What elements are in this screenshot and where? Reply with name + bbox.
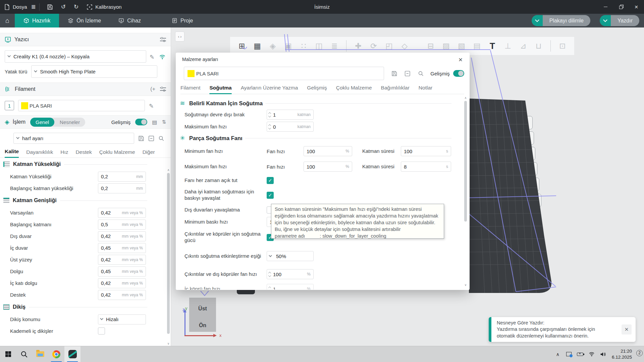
remove-preset-icon[interactable] <box>148 135 154 141</box>
creality-print-taskbar-button[interactable] <box>64 346 80 362</box>
tab-multimaterial[interactable]: Çoklu Malzeme <box>336 85 372 91</box>
save-material-icon[interactable] <box>391 70 397 77</box>
undo-button[interactable]: ↺ <box>57 0 70 14</box>
plate-settings-icon[interactable]: ≣ <box>525 178 539 191</box>
start-button[interactable] <box>0 346 16 362</box>
modal-scrollbar[interactable]: ∧ ∨ <box>464 96 468 287</box>
restore-button[interactable] <box>613 0 629 14</box>
separator[interactable] <box>346 40 346 52</box>
chrome-button[interactable] <box>48 346 64 362</box>
no-cooling-stepper[interactable]: 1 katman <box>267 110 314 120</box>
volume-icon[interactable] <box>600 352 606 357</box>
fix-model-icon[interactable]: ⊔ <box>532 39 546 53</box>
scale-icon[interactable]: ◰ <box>382 39 396 53</box>
printer-settings-icon[interactable] <box>160 37 166 42</box>
stepper-arrows-icon[interactable] <box>269 287 271 290</box>
printer-preset-select[interactable]: Creality K1 (0.4 nozzle) – Kopyala <box>5 50 146 63</box>
fan-speed-input[interactable]: 100 % <box>304 162 352 172</box>
layer-time-input[interactable]: 100 s <box>401 146 451 156</box>
plate-arrange-icon[interactable]: ▣ <box>521 147 535 160</box>
move-icon[interactable]: ✚ <box>351 39 365 53</box>
scroll-up-icon[interactable]: ∧ <box>166 168 170 172</box>
tab-notes[interactable]: Notlar <box>419 85 432 91</box>
max-fan-layer-stepper[interactable]: 0 katman <box>267 122 314 132</box>
tab-strength[interactable]: Dayanıklılık <box>26 149 53 158</box>
filament-settings-icon[interactable] <box>160 87 166 92</box>
scroll-up-icon[interactable]: ∧ <box>464 96 468 100</box>
tab-multimaterial[interactable]: Çoklu Malzeme <box>99 149 135 158</box>
seam-position-select[interactable]: Hizalı <box>98 314 146 324</box>
orientation-widget[interactable]: Üst Ön z y x <box>184 298 235 343</box>
add-plate-icon[interactable]: ▦ <box>250 39 264 53</box>
minimize-button[interactable] <box>598 0 613 14</box>
tab-device[interactable]: Cihaz <box>110 14 150 27</box>
split-icon[interactable]: ◫ <box>312 39 326 53</box>
process-preset-select[interactable]: harf ayarı <box>13 133 134 144</box>
file-menu[interactable]: Dosya <box>0 0 31 14</box>
compare-presets-icon[interactable]: ⇅ <box>162 119 166 125</box>
edit-filament-icon[interactable]: ✎ <box>149 103 155 109</box>
home-button[interactable]: ⌂ <box>0 14 15 27</box>
seam-paint-icon[interactable]: ▤ <box>470 39 484 53</box>
add-filament-icon[interactable]: (+ <box>150 86 155 92</box>
scope-general-button[interactable]: Genel <box>30 118 54 127</box>
slice-button[interactable]: Plakayı dilimle <box>543 15 590 26</box>
file-explorer-button[interactable] <box>32 346 48 362</box>
filament-select[interactable]: PLA SARI <box>18 100 145 111</box>
tab-support[interactable]: Destek <box>76 149 92 158</box>
slow-down-checkbox[interactable] <box>267 192 274 199</box>
sidebar-scroll-thumb[interactable] <box>167 173 170 334</box>
wifi-icon[interactable] <box>159 53 166 60</box>
sidebar-scrollbar[interactable]: ∧ ∨ <box>166 168 170 346</box>
notification-close-button[interactable]: ✕ <box>622 324 632 335</box>
stepper-arrows-icon[interactable] <box>269 125 271 129</box>
setting-input[interactable]: 0,42 mm veya % <box>98 255 146 265</box>
object-list-icon[interactable]: ≣ <box>327 39 341 53</box>
cut-icon[interactable]: ⊟ <box>424 39 438 53</box>
gap[interactable] <box>413 39 422 53</box>
advanced-toggle[interactable] <box>135 119 147 125</box>
rotate-icon[interactable]: ⟳ <box>367 39 381 53</box>
clone-icon[interactable]: ∷ <box>297 39 311 53</box>
taskbar-clock[interactable]: 21:20 6.12.2025 <box>612 348 632 360</box>
notes-list-icon[interactable]: ≣ <box>31 3 36 10</box>
setting-input[interactable]: 0,2 mm <box>98 183 146 193</box>
display-sync-icon[interactable] <box>566 352 572 356</box>
keep-fan-checkbox[interactable] <box>267 177 274 184</box>
stepper-arrows-icon[interactable] <box>269 113 271 117</box>
support-paint-icon[interactable]: ▧ <box>454 39 469 53</box>
text-tool-icon[interactable]: T <box>485 39 499 53</box>
tab-other[interactable]: Diğer <box>143 149 155 158</box>
auto-orient-icon[interactable]: ⊿ <box>516 39 530 53</box>
overhang-threshold-select[interactable]: 50% <box>267 251 314 261</box>
dialog-close-button[interactable]: ✕ <box>456 55 465 64</box>
tray-expand-icon[interactable]: ∧ <box>555 352 561 357</box>
setting-input[interactable]: 0,5 mm veya % <box>98 220 146 230</box>
search-material-icon[interactable] <box>418 70 424 77</box>
setting-input[interactable]: 0,42 mm veya % <box>98 290 146 300</box>
battery-icon[interactable] <box>577 353 583 356</box>
material-name-input[interactable]: PLA SARI <box>184 67 384 80</box>
fan-speed-input[interactable]: 100 % <box>304 146 352 156</box>
mirror-icon[interactable]: ◇ <box>397 39 412 53</box>
measure-icon[interactable]: ⊥ <box>501 39 515 53</box>
print-button[interactable]: Yazdır <box>611 15 639 26</box>
tab-dependencies[interactable]: Bağımlılıklar <box>381 85 410 91</box>
edit-printer-icon[interactable]: ✎ <box>150 54 156 60</box>
remove-material-icon[interactable] <box>405 70 411 77</box>
slice-dropdown-button[interactable] <box>532 15 543 26</box>
orientation-cube[interactable]: Üst Ön <box>189 298 216 332</box>
plate-label-icon[interactable]: ◸ <box>527 194 541 207</box>
save-button[interactable] <box>43 0 57 14</box>
tab-speed[interactable]: Hız <box>60 149 68 158</box>
overhang-fan-stepper[interactable]: 100 % <box>267 269 314 279</box>
separator[interactable] <box>550 40 551 52</box>
layer-time-input[interactable]: 8 s <box>401 162 451 172</box>
preset-table-icon[interactable]: ▤ <box>152 119 157 125</box>
tab-preview[interactable]: Ön İzleme <box>59 14 110 27</box>
tab-filament[interactable]: Filament <box>180 85 200 91</box>
color-paint-icon[interactable]: ▨ <box>439 39 453 53</box>
scroll-down-icon[interactable]: ∨ <box>166 342 170 345</box>
tab-prepare[interactable]: Hazırlık <box>15 14 59 27</box>
stepper-arrows-icon[interactable] <box>269 272 271 277</box>
